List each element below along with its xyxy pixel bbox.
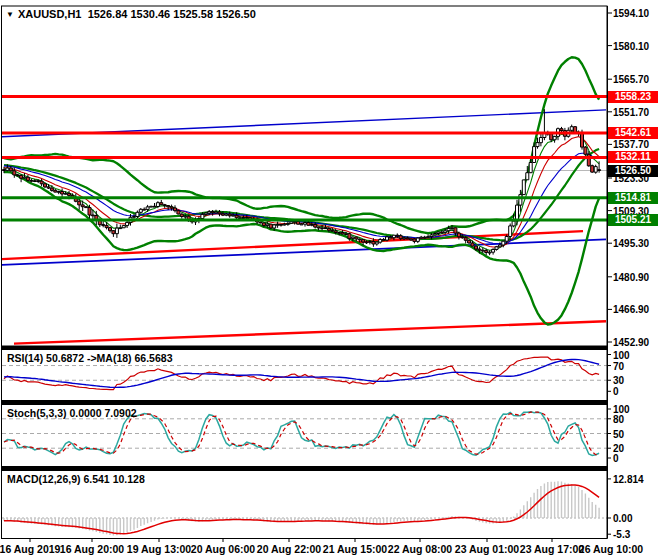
price-level-badge: 1542.61 — [608, 127, 658, 139]
time-tick-label: 22 Aug 08:00 — [388, 543, 452, 555]
price-level-badge: 1558.23 — [608, 91, 658, 103]
stoch-indicator-label: Stoch(5,3,3) 0.0000 7.0902 — [7, 407, 137, 419]
price-tick-label: 1594.10 — [613, 8, 649, 19]
title-symbol: XAUUSD,H1 — [18, 8, 82, 20]
time-tick-label: 23 Aug 17:00 — [520, 543, 584, 555]
macd-tick-label: -5.3 — [613, 529, 630, 540]
macd-indicator-label: MACD(12,26,9) 6.541 10.128 — [7, 473, 145, 485]
rsi-indicator-label: RSI(14) 50.6872 ->MA(18) 66.5683 — [7, 352, 172, 364]
price-tick-label: 1452.90 — [613, 337, 649, 348]
price-level-badge: 1505.21 — [608, 214, 658, 226]
price-tick-label: 1537.70 — [613, 139, 649, 150]
title-ohlc: 1526.84 1530.46 1525.58 1526.50 — [88, 8, 256, 20]
price-tick-label: 1565.70 — [613, 74, 649, 85]
price-level-badge: 1532.11 — [608, 151, 658, 163]
time-tick-label: 23 Aug 01:00 — [455, 543, 519, 555]
price-level-badge: 1514.81 — [608, 192, 658, 204]
time-tick-label: 16 Aug 20:00 — [60, 543, 124, 555]
price-tick-label: 1495.30 — [613, 238, 649, 249]
price-tick-label: 1580.10 — [613, 40, 649, 51]
time-tick-label: 20 Aug 22:00 — [257, 543, 321, 555]
symbol-marker-icon: ▼ — [6, 10, 14, 19]
time-tick-label: 16 Aug 2019 — [0, 543, 60, 555]
mt4-chart-window: ▼XAUUSD,H1 1526.84 1530.46 1525.58 1526.… — [0, 0, 660, 560]
current-price-badge: 1526.50 — [608, 165, 658, 177]
macd-tick-label: 12.814 — [613, 473, 644, 484]
time-tick-label: 19 Aug 13:00 — [127, 543, 191, 555]
stoch-tick-label: 50 — [613, 428, 624, 439]
time-tick-label: 20 Aug 06:00 — [191, 543, 255, 555]
price-tick-label: 1466.90 — [613, 304, 649, 315]
rsi-tick-label: 100 — [613, 349, 630, 360]
time-tick-label: 26 Aug 10:00 — [579, 543, 643, 555]
chart-title: ▼XAUUSD,H1 1526.84 1530.46 1525.58 1526.… — [6, 8, 256, 20]
stoch-tick-label: 0 — [613, 453, 619, 464]
time-tick-label: 21 Aug 15:00 — [323, 543, 387, 555]
stoch-tick-label: 80 — [613, 413, 624, 424]
rsi-tick-label: 30 — [613, 375, 624, 386]
macd-tick-label: 0.00 — [613, 513, 632, 524]
rsi-tick-label: 70 — [613, 360, 624, 371]
price-tick-label: 1551.70 — [613, 106, 649, 117]
rsi-tick-label: 0 — [613, 386, 619, 397]
price-tick-label: 1480.90 — [613, 271, 649, 282]
